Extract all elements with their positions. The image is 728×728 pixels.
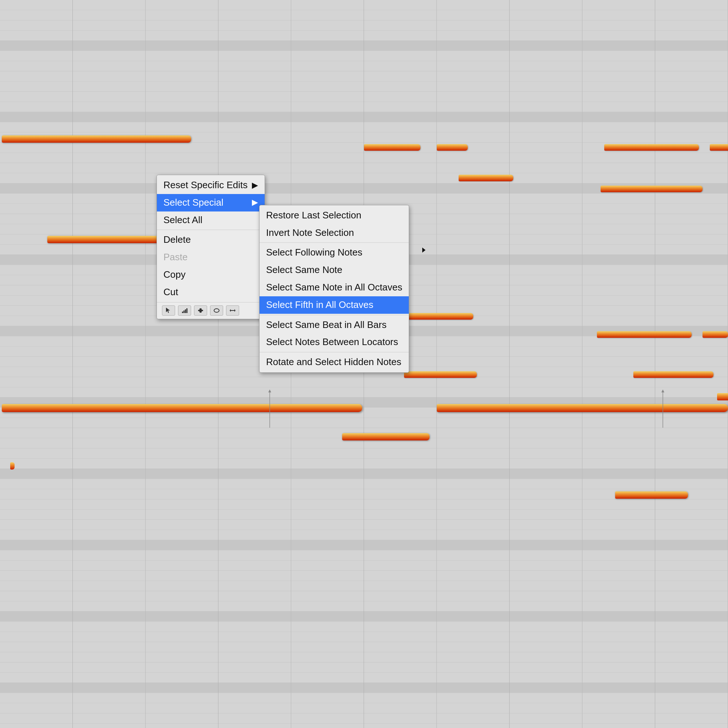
submenu-item-select-same-beat-all-bars[interactable]: Select Same Beat in All Bars bbox=[260, 316, 409, 334]
arrow-icon: ▶ bbox=[252, 197, 258, 208]
submenu-separator-3 bbox=[260, 352, 409, 352]
submenu-item-restore-last-selection[interactable]: Restore Last Selection bbox=[260, 207, 409, 224]
menu-separator-2 bbox=[157, 302, 265, 303]
svg-rect-3 bbox=[185, 309, 186, 313]
context-menu-overlay: Reset Specific Edits ▶ Select Special ▶ … bbox=[0, 0, 728, 728]
submenu-select-special: Restore Last Selection Invert Note Selec… bbox=[259, 205, 409, 373]
tool-pointer[interactable] bbox=[162, 305, 175, 316]
submenu-separator-2 bbox=[260, 315, 409, 315]
menu-item-paste[interactable]: Paste bbox=[157, 249, 265, 266]
menu-item-cut[interactable]: Cut bbox=[157, 284, 265, 301]
svg-rect-4 bbox=[187, 308, 187, 313]
tool-resize[interactable] bbox=[226, 305, 239, 316]
tool-eraser[interactable] bbox=[210, 305, 223, 316]
menu-separator-1 bbox=[157, 230, 265, 230]
svg-rect-1 bbox=[182, 312, 183, 313]
menu-item-delete[interactable]: Delete bbox=[157, 231, 265, 249]
submenu-item-rotate-select-hidden[interactable]: Rotate and Select Hidden Notes bbox=[260, 353, 409, 371]
submenu-item-select-following-notes[interactable]: Select Following Notes bbox=[260, 244, 409, 262]
svg-marker-9 bbox=[230, 309, 231, 312]
menu-item-reset-specific-edits[interactable]: Reset Specific Edits ▶ bbox=[157, 177, 265, 194]
context-menu: Reset Specific Edits ▶ Select Special ▶ … bbox=[156, 175, 265, 319]
tool-velocity[interactable] bbox=[178, 305, 191, 316]
svg-point-7 bbox=[214, 309, 219, 312]
menu-item-select-all[interactable]: Select All bbox=[157, 211, 265, 229]
menu-item-copy[interactable]: Copy bbox=[157, 266, 265, 284]
svg-rect-2 bbox=[184, 310, 185, 313]
submenu-item-select-same-note-all-octaves[interactable]: Select Same Note in All Octaves bbox=[260, 279, 409, 296]
svg-marker-10 bbox=[234, 309, 236, 312]
svg-rect-6 bbox=[199, 308, 202, 313]
menu-item-select-special[interactable]: Select Special ▶ Restore Last Selection … bbox=[157, 194, 265, 211]
tool-draw[interactable] bbox=[194, 305, 207, 316]
submenu-separator-1 bbox=[260, 242, 409, 243]
submenu-item-invert-note-selection[interactable]: Invert Note Selection bbox=[260, 224, 409, 242]
submenu-item-select-fifth-all-octaves[interactable]: Select Fifth in All Octaves bbox=[260, 296, 409, 314]
tools-row bbox=[157, 304, 265, 317]
submenu-item-select-notes-between-locators[interactable]: Select Notes Between Locators bbox=[260, 333, 409, 351]
arrow-icon: ▶ bbox=[252, 180, 258, 191]
svg-marker-0 bbox=[166, 307, 170, 313]
submenu-item-select-same-note[interactable]: Select Same Note bbox=[260, 262, 409, 279]
